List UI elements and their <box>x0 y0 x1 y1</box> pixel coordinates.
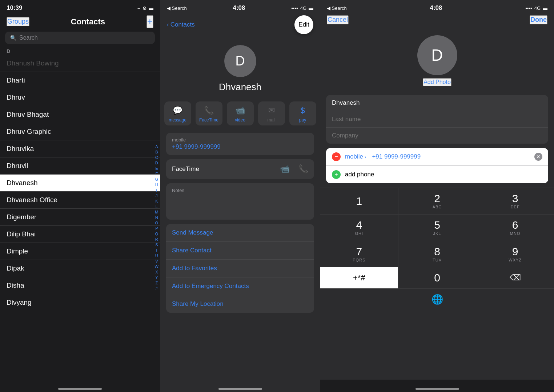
avatar-e[interactable]: D <box>417 35 457 75</box>
alpha-i[interactable]: I <box>155 188 158 193</box>
add-phone-label: add phone <box>345 171 374 178</box>
mobile-phone-row[interactable]: mobile +91 9999-999999 <box>166 133 314 155</box>
list-item[interactable]: Dhruv <box>0 89 160 106</box>
list-item[interactable]: Disha <box>0 277 160 294</box>
list-item[interactable]: Dhanush Bowing <box>0 55 160 72</box>
alpha-t[interactable]: T <box>155 248 158 253</box>
contact-avatar-section: D Dhvanesh <box>160 38 320 101</box>
facetime-video-icon[interactable]: 📹 <box>280 164 290 174</box>
list-item[interactable]: Dharti <box>0 72 160 89</box>
alpha-k[interactable]: K <box>155 199 158 204</box>
list-item-dhvanesh[interactable]: Dhvanesh <box>0 175 160 192</box>
numpad-key-0[interactable]: 0 <box>398 267 476 288</box>
last-name-input[interactable] <box>332 116 542 123</box>
numpad-letters-9: WXYZ <box>509 258 522 262</box>
company-row <box>326 128 548 144</box>
pay-action-btn[interactable]: $ pay <box>289 101 316 125</box>
edit-contact-button[interactable]: Edit <box>294 15 313 34</box>
alpha-o[interactable]: O <box>155 220 158 225</box>
numpad-key-backspace[interactable]: ⌫ <box>476 267 554 288</box>
alpha-d[interactable]: D <box>155 160 158 165</box>
send-message-link[interactable]: Send Message <box>166 224 314 242</box>
globe-icon[interactable]: 🌐 <box>431 294 443 305</box>
numpad-key-2[interactable]: 2 ABC <box>398 188 476 214</box>
phone-clear-button[interactable]: ✕ <box>534 153 542 161</box>
list-item[interactable]: Dhvanesh Office <box>0 192 160 209</box>
phone-section: mobile +91 9999-999999 <box>166 133 314 155</box>
share-contact-link[interactable]: Share Contact <box>166 242 314 260</box>
facetime-phone-icon[interactable]: 📞 <box>298 164 308 174</box>
alpha-m[interactable]: M <box>155 209 158 215</box>
alpha-l[interactable]: L <box>155 204 158 209</box>
alpha-g[interactable]: G <box>155 177 158 182</box>
add-emergency-link[interactable]: Add to Emergency Contacts <box>166 277 314 295</box>
numpad-key-5[interactable]: 5 JKL <box>398 215 476 241</box>
list-item[interactable]: Divyang <box>0 294 160 311</box>
list-item[interactable]: Dimple <box>0 243 160 260</box>
alpha-x[interactable]: X <box>155 269 158 275</box>
groups-button[interactable]: Groups <box>7 17 29 26</box>
list-item[interactable]: Dipak <box>0 260 160 277</box>
remove-phone-button[interactable]: − <box>332 152 341 161</box>
numpad-key-special[interactable]: +*# <box>320 267 398 288</box>
nav-bar-2: ‹ Contacts Edit <box>160 14 320 38</box>
numpad-key-9[interactable]: 9 WXYZ <box>476 241 554 267</box>
list-item[interactable]: Digember <box>0 209 160 226</box>
share-contact-text: Share Contact <box>172 247 212 254</box>
list-item[interactable]: Dhruvika <box>0 140 160 157</box>
cancel-edit-button[interactable]: Cancel <box>327 15 349 24</box>
numpad-key-8[interactable]: 8 TUV <box>398 241 476 267</box>
alpha-j[interactable]: J <box>155 193 158 198</box>
numpad-key-7[interactable]: 7 PQRS <box>320 241 398 267</box>
alpha-a[interactable]: A <box>155 144 158 149</box>
home-bar-3 <box>320 380 554 392</box>
add-contact-button[interactable]: + <box>146 15 153 28</box>
alpha-f[interactable]: F <box>155 171 158 176</box>
alpha-v[interactable]: V <box>155 259 158 264</box>
numpad-letters-6: MNO <box>510 231 521 236</box>
add-phone-row: + add phone <box>326 166 548 183</box>
alphabet-index[interactable]: A B C D E F G H I J K L M N O P Q R S T … <box>155 55 158 380</box>
numpad-key-6[interactable]: 6 MNO <box>476 215 554 241</box>
phone-type-label[interactable]: mobile <box>345 153 363 160</box>
alpha-n[interactable]: N <box>155 215 158 220</box>
list-item[interactable]: Dhruvil <box>0 157 160 175</box>
list-item[interactable]: Dhruv Bhagat <box>0 106 160 123</box>
message-action-btn[interactable]: 💬 message <box>164 101 191 125</box>
alpha-w[interactable]: W <box>155 264 158 269</box>
done-edit-button[interactable]: Done <box>530 15 547 24</box>
alpha-p[interactable]: P <box>155 226 158 231</box>
alpha-r[interactable]: R <box>155 237 158 242</box>
alpha-u[interactable]: U <box>155 253 158 258</box>
numpad-key-1[interactable]: 1 <box>320 188 398 214</box>
list-item[interactable]: Dhruv Graphic <box>0 123 160 140</box>
numpad-digit-4: 4 <box>356 220 362 231</box>
list-item[interactable]: Dilip Bhai <box>0 226 160 243</box>
search-bar[interactable]: 🔍 Search <box>5 32 155 44</box>
alpha-h[interactable]: H <box>155 182 158 187</box>
phone-number[interactable]: +91 9999-999999 <box>172 143 308 151</box>
numpad-digit-0: 0 <box>434 272 440 283</box>
facetime-action-btn[interactable]: 📞 FaceTime <box>196 101 222 125</box>
alpha-z[interactable]: Z <box>155 280 158 285</box>
alpha-hash[interactable]: # <box>155 286 158 291</box>
add-favorites-link[interactable]: Add to Favorites <box>166 260 314 277</box>
facetime-section: FaceTime 📹 📞 <box>166 159 314 179</box>
add-photo-button[interactable]: Add Photo <box>423 78 451 86</box>
numpad-key-4[interactable]: 4 GHI <box>320 215 398 241</box>
share-location-link[interactable]: Share My Location <box>166 295 314 313</box>
phone-number-edit[interactable]: +91 9999-999999 <box>372 153 534 160</box>
alpha-e[interactable]: E <box>155 166 158 171</box>
numpad-key-3[interactable]: 3 DEF <box>476 188 554 214</box>
first-name-input[interactable] <box>332 99 542 107</box>
company-input[interactable] <box>332 132 542 139</box>
alpha-b[interactable]: B <box>155 149 158 155</box>
alpha-q[interactable]: Q <box>155 231 158 236</box>
back-to-contacts-button[interactable]: ‹ Contacts <box>167 21 195 28</box>
alpha-c[interactable]: C <box>155 155 158 160</box>
phone-type-arrow-icon[interactable]: › <box>365 154 366 160</box>
add-phone-button[interactable]: + <box>332 170 341 179</box>
video-action-btn[interactable]: 📹 video <box>227 101 254 125</box>
alpha-y[interactable]: Y <box>155 275 158 280</box>
alpha-s[interactable]: S <box>155 242 158 247</box>
